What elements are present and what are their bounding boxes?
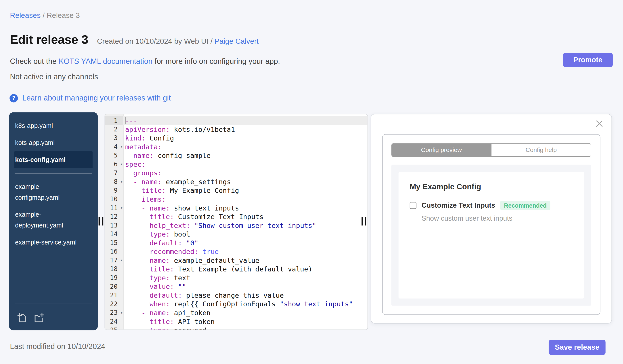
code-line[interactable]: 4▾metadata: (105, 142, 367, 151)
file-item[interactable]: kots-app.yaml (14, 134, 93, 151)
release-editor-page: Releases / Release 3 Edit release 3 Crea… (0, 0, 623, 364)
help-icon: ? (9, 94, 18, 102)
file-item[interactable]: example-deployment.yaml (14, 206, 84, 234)
line-number: 22 (105, 300, 123, 309)
code-line[interactable]: 19 type: text (105, 273, 367, 282)
code-line[interactable]: 13 help_text: "Show custom user text inp… (105, 221, 367, 230)
config-group-title: My Example Config (410, 182, 573, 191)
code-line[interactable]: 1--- (105, 116, 367, 125)
line-number: 12 (105, 212, 123, 221)
customize-text-inputs-checkbox[interactable] (410, 202, 417, 209)
fold-arrow-icon[interactable]: ▾ (120, 177, 123, 186)
docs-note: Check out the KOTS YAML documentation fo… (10, 57, 280, 66)
new-folder-icon[interactable] (34, 313, 44, 325)
line-number: 3 (105, 134, 123, 143)
fold-arrow-icon[interactable]: ▾ (120, 308, 123, 317)
code-line[interactable]: 3kind: Config (105, 134, 367, 143)
line-number: 10 (105, 195, 123, 204)
line-number: 7 (105, 169, 123, 178)
config-option-row: Customize Text Inputs Recommended (410, 201, 573, 210)
kots-docs-link[interactable]: KOTS YAML documentation (59, 57, 153, 66)
code-line[interactable]: 21 default: please change this value (105, 291, 367, 300)
line-number: 4▾ (105, 142, 123, 151)
code-line[interactable]: 11▾ - name: show_text_inputs (105, 204, 367, 212)
code-line[interactable]: 18 title: Text Example (with default val… (105, 265, 367, 274)
yaml-editor[interactable]: 1---2apiVersion: kots.io/v1beta13kind: C… (105, 114, 368, 330)
page-title: Edit release 3 (10, 32, 88, 47)
git-releases-link[interactable]: Learn about managing your releases with … (22, 94, 171, 102)
new-file-icon[interactable] (17, 313, 27, 325)
code-line[interactable]: 22 when: repl{{ ConfigOptionEquals "show… (105, 300, 367, 309)
code-line[interactable]: 24 title: API token (105, 317, 367, 326)
author-link[interactable]: Paige Calvert (214, 37, 259, 45)
promote-button[interactable]: Promote (563, 53, 613, 67)
fold-arrow-icon[interactable]: ▾ (120, 160, 123, 169)
sidebar-divider (15, 173, 92, 174)
file-sidebar: k8s-app.yamlkots-app.yamlkots-config.yam… (9, 112, 98, 330)
tab-config-help[interactable]: Config help (491, 144, 591, 157)
line-number: 15 (105, 239, 123, 247)
line-number: 5 (105, 151, 123, 160)
line-number: 17▾ (105, 256, 123, 265)
code-line[interactable]: 8▾ - name: example_settings (105, 177, 367, 186)
breadcrumb: Releases / Release 3 (10, 11, 80, 20)
code-line[interactable]: 20 value: "" (105, 282, 367, 291)
save-release-button[interactable]: Save release (549, 340, 605, 355)
code-line[interactable]: 2apiVersion: kots.io/v1beta1 (105, 125, 367, 134)
line-number: 16 (105, 247, 123, 256)
code-line[interactable]: 5 name: config-sample (105, 151, 367, 160)
file-item[interactable]: example-configmap.yaml (14, 178, 84, 206)
line-number: 1 (105, 116, 123, 125)
tab-config-preview[interactable]: Config preview (392, 144, 491, 157)
code-line[interactable]: 7 groups: (105, 169, 367, 178)
code-line[interactable]: 15 default: "0" (105, 239, 367, 247)
config-option-help: Show custom user text inputs (422, 214, 573, 223)
line-number: 2 (105, 125, 123, 134)
file-item[interactable]: k8s-app.yaml (14, 117, 93, 134)
created-info: Created on 10/10/2024 by Web UI / Paige … (97, 37, 259, 46)
fold-arrow-icon[interactable]: ▾ (120, 256, 123, 265)
preview-body: My Example Config Customize Text Inputs … (391, 165, 591, 306)
code-line[interactable]: 10 items: (105, 195, 367, 204)
text-cursor (125, 117, 126, 124)
code-line[interactable]: 17▾ - name: example_default_value (105, 256, 367, 265)
breadcrumb-separator: / (43, 11, 45, 20)
line-number: 21 (105, 291, 123, 300)
breadcrumb-current: Release 3 (47, 11, 80, 20)
breadcrumb-releases-link[interactable]: Releases (10, 11, 41, 20)
sidebar-actions (9, 308, 98, 325)
line-number: 13 (105, 221, 123, 230)
created-text: Created on 10/10/2024 by Web UI / (97, 37, 212, 45)
file-item[interactable]: example-service.yaml (14, 234, 93, 251)
file-list-bottom: example-configmap.yamlexample-deployment… (9, 178, 98, 251)
file-item[interactable]: kots-config.yaml (14, 151, 93, 168)
line-number: 24 (105, 317, 123, 326)
line-number: 18 (105, 265, 123, 274)
close-icon[interactable] (595, 120, 603, 128)
line-number: 6▾ (105, 160, 123, 169)
config-preview-panel: Config previewConfig help My Example Con… (371, 114, 612, 324)
code-line[interactable]: 14 type: bool (105, 230, 367, 239)
config-form: My Example Config Customize Text Inputs … (399, 172, 584, 298)
line-number: 14 (105, 230, 123, 239)
code-line[interactable]: 6▾spec: (105, 160, 367, 169)
config-option-label[interactable]: Customize Text Inputs (422, 201, 495, 210)
sidebar-resize-handle[interactable] (99, 217, 104, 225)
code-line[interactable]: 12 title: Customize Text Inputs (105, 212, 367, 221)
file-list-top: k8s-app.yamlkots-app.yamlkots-config.yam… (9, 117, 98, 168)
sidebar-bottom-divider (15, 303, 92, 303)
line-number: 8▾ (105, 177, 123, 186)
code-line[interactable]: 23▾ - name: api_token (105, 308, 367, 317)
code-line[interactable]: 9 title: My Example Config (105, 186, 367, 195)
preview-card: Config previewConfig help My Example Con… (382, 134, 601, 315)
editor-resize-handle[interactable] (361, 217, 366, 225)
preview-tabs: Config previewConfig help (391, 143, 591, 157)
code-line[interactable]: 16 recommended: true (105, 247, 367, 256)
fold-arrow-icon[interactable]: ▾ (120, 142, 123, 151)
line-number: 19 (105, 273, 123, 282)
code-line[interactable]: 25 type: password (105, 326, 367, 330)
line-number: 20 (105, 282, 123, 291)
last-modified: Last modified on 10/10/2024 (10, 342, 105, 351)
fold-arrow-icon[interactable]: ▾ (120, 204, 123, 212)
code-area[interactable]: 1---2apiVersion: kots.io/v1beta13kind: C… (105, 114, 367, 330)
